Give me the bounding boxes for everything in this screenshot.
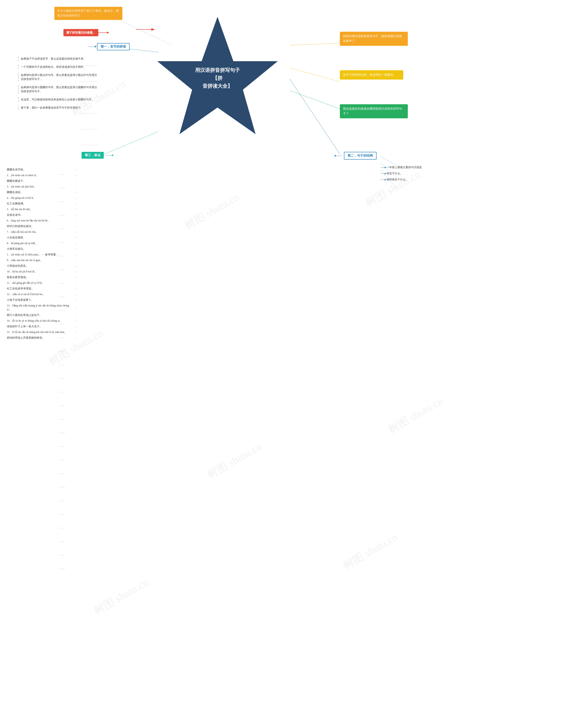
top-intro-box: 不少小朋友已经学完了前三个单元，换言之，拼音已经全部学完了。 [54, 7, 122, 20]
star-svg [154, 14, 281, 140]
exercise-item-4b: 女孩在读书。 ← [7, 213, 77, 217]
section1-item-5: 在这里，可以根据实际情况来选择实心点或者小圆圈作句号。 [18, 98, 98, 102]
watermark: 树图 shutu.cn [182, 190, 242, 233]
exercise-item-10: 11、shè gōng gěi lǎo yé ye lǐ fà。 ← [7, 281, 77, 285]
exercise-item-8b: 小男孩在吃西瓜。 ← [7, 264, 77, 268]
exercise-ref: 1、yīn miāo zài xǐ shōu juàn。 ← 参考答案： ← [7, 253, 77, 257]
section1-line [88, 47, 95, 47]
exercise-item-4: 5、nǚ hái zài dú shū。 ← [7, 207, 77, 211]
exercise-item-14b: 碧绿的草地上开着美丽的鲜花。 ← [7, 336, 77, 340]
exercise-item-3b: 社工在擦玻璃。 ← [7, 202, 77, 206]
section2-item-2: 谁在干什么。 [380, 172, 422, 176]
section1-item-1: 如果孩子不会拼读音节，那么这道题目就肯定做不来。 [18, 57, 98, 61]
exercise-item-10b: 社工在给老爷爷理发。 ← [7, 287, 77, 291]
right-box-yellow: 在学习拼音的过程，有这样的一道题目。 [340, 70, 403, 80]
top-label-arrow [98, 32, 107, 33]
section1-item-3: 如果例句是用小圆点作句号，那么答案也是用小圆点作句号用汉语拼音拼写句子； [18, 73, 98, 81]
top-label-container: 属于拼音题目的难题。 [63, 29, 107, 36]
section1-item-2: 一个完整的句子必须有标点，拼音读成成句也不例外。 [18, 65, 98, 69]
svg-line-43 [290, 79, 340, 154]
exercise-item-1: 2、yīn miāo zài cā zhuō zi。 ← [7, 173, 77, 177]
exercise-item-11: 12、xiǎo tù zi zài dì lǐ bá luó bo。 ← [7, 292, 77, 296]
exercises-list: 菌菌在洗手啦。 ← 2、yīn miāo zài cā zhuō zi。 ← 菌… [7, 168, 77, 342]
svg-line-44 [380, 156, 396, 165]
exercise-item-7b: 大将军在骑马。 ← [7, 247, 77, 251]
section1-item-4: 如果例句是用小圆圈作句号，那么答案也是用小圆圈作句号用汉语拼音拼写句子。 [18, 85, 98, 94]
exercise-item-0: 菌菌在洗手啦。 ← [7, 168, 77, 172]
exercise-item-7: 8、dà jiāng jūn zài qí mǎ。 ← [7, 241, 77, 245]
exercise-item-12: 13、liǎng zhī xiǎo huáng jī zài cǎo dì sh… [7, 304, 77, 311]
section2-line-left [335, 156, 342, 156]
svg-marker-47 [157, 17, 278, 134]
section2-container: 第二，句子的结构 [335, 152, 376, 160]
svg-line-42 [290, 90, 340, 109]
page: 树图 shutu.cn 树图 shutu.cn 树图 shutu.cn 树图 s… [0, 0, 580, 728]
section2-item-3: 谁和谁在干什么。 [380, 178, 422, 182]
exercise-item-2b: 菌菌在浇花。 ← [7, 190, 77, 194]
exercise-item-5b: 同学们和老师在插河。 ← [7, 225, 77, 228]
section2-items: 一年级上册最主要的句式就是 谁在干什么。 谁和谁在干什么。 [380, 165, 422, 182]
exercise-item-13: 14、lǜ sè de yè zi shàng yǒu yī tiáo dà c… [7, 319, 77, 323]
section3-label: 第三，标点 [82, 152, 104, 159]
section3-container: 第三，标点 [82, 152, 112, 159]
exercise-item-14: 15、bì lǜ de cǎo dì shàng kāi zhe měi lì … [7, 330, 77, 334]
exercise-item-9b: 爸爸在家里拖地。 ← [7, 276, 77, 279]
watermark: 树图 shutu.cn [91, 575, 151, 618]
section2-label: 第二，句子的结构 [344, 152, 376, 160]
section1-label: 第一，音节的拼读 [97, 43, 130, 50]
exercise-item-6: 7、xiǎo nǚ hái zài hē chá。 ← [7, 230, 77, 234]
exercise-item-2: 3、yīn miāo zài jiāo huā。 ← [7, 185, 77, 188]
section2-item-1: 一年级上册最主要的句式就是 [380, 165, 422, 169]
exercise-item-11b: 小兔子在地里拔萝卜。 ← [7, 298, 77, 302]
svg-line-9 [104, 131, 159, 154]
exercise-item-13b: 绿色的叶子上有一条大虫子。 ← [7, 324, 77, 329]
exercise-item-8: 9、xiǎo nán hái zài chī xī guā。 ← [7, 258, 77, 262]
section1-items: 如果孩子不会拼读音节，那么这道题目就肯定做不来。 一个完整的句子必须有标点，拼音… [18, 57, 98, 114]
exercise-item-6b: 小女孩在喝茶。 ← [7, 236, 77, 239]
watermark: 树图 shutu.cn [204, 439, 264, 482]
exercise-item-12b: 两只小黄鸡在草地上捉虫子。 ← [7, 313, 77, 317]
difficulty-label: 属于拼音题目的难题。 [63, 29, 98, 36]
exercise-item-3: 4、shè gōng zài cā bō li。 ← [7, 196, 77, 200]
watermark: 树图 shutu.cn [386, 394, 446, 437]
section1-label-container: 第一，音节的拼读 [88, 43, 130, 50]
right-box-green: 那这道题目到底难在哪里呢用汉语拼音拼写句子？ [340, 104, 408, 118]
svg-line-40 [290, 43, 340, 45]
exercise-item-5: 6、tóng xué men hé lǎo shī zài bá hè。 ← [7, 219, 77, 223]
exercise-item-9: 10、bā ba zài jiā lǐ tuō dì。 ← [7, 270, 77, 274]
exercise-item-1b: 菌菌在擦桌子。 ← [7, 179, 77, 183]
star-center: 用汉语拼音拼写句子【拼 音拼读大全】 [154, 14, 281, 140]
watermark: 树图 shutu.cn [340, 530, 400, 573]
right-box-orange: 转而问用汉语拼音拼写句子，国庆假期已经接近尾声了。 [340, 32, 408, 46]
svg-line-41 [290, 68, 340, 82]
section1-item-6: 接下来，我们一起来看看这份音节句子的专项练习 [18, 106, 98, 110]
